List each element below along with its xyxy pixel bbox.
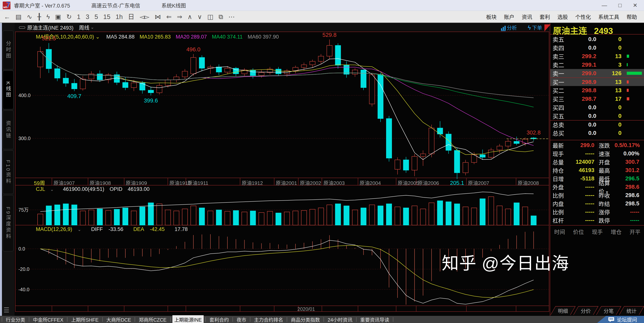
menu-item-6[interactable]: 个性化 [575, 13, 591, 20]
sidebar-tab-2[interactable]: K线图 [3, 70, 14, 109]
back-icon[interactable]: ← [4, 14, 10, 20]
sidebar-menu-icon[interactable]: ☰ [4, 306, 9, 314]
menu-item-2[interactable]: 账户 [504, 13, 514, 20]
period-3-button[interactable]: 3 [86, 14, 89, 20]
exchange-tab-2[interactable]: 中金所CFFEX [31, 315, 65, 323]
panel-tab-2[interactable]: 分价 [573, 306, 598, 315]
quote-instrument-code: 2493 [594, 26, 613, 36]
exchange-tab-1[interactable]: 行业分类 [4, 315, 27, 323]
exchange-tab-5[interactable]: 郑商所CZCE [137, 315, 168, 323]
period-15-button[interactable]: 15 [103, 14, 110, 20]
exchange-tab-4[interactable]: 大商所DCE [104, 315, 133, 323]
refresh-icon[interactable]: ↻ [66, 14, 72, 20]
watermark: 知乎 @今日出海 [442, 249, 597, 274]
tick-col-增仓: 增仓 [607, 228, 626, 236]
exchange-tab-3[interactable]: 上期所SHFE [69, 315, 100, 323]
more-icon[interactable]: ⋯ [228, 14, 235, 20]
candle-body [395, 160, 400, 169]
trend-line-icon[interactable]: ∿ [27, 14, 32, 20]
volume-bar [344, 206, 349, 225]
exchange-tab-12[interactable]: 重要资讯导读 [358, 315, 391, 323]
exchange-tab-11[interactable]: 24小时资讯 [326, 315, 354, 323]
forum-question-button[interactable]: 论坛提问 [597, 316, 644, 323]
save-icon[interactable]: ▣ [55, 14, 61, 20]
volume-bar [472, 208, 477, 225]
menu-item-8[interactable]: 帮助 [626, 13, 637, 20]
book-volume-bar [627, 97, 629, 100]
price-annotation: 409.7 [67, 93, 81, 100]
page-up-icon[interactable]: ∧ [188, 14, 192, 20]
layout-icon[interactable]: ◫ [207, 14, 213, 20]
exchange-tab-8[interactable]: 夜市 [234, 315, 248, 323]
exchange-tab-10[interactable]: 商品分类指数 [289, 315, 322, 323]
kline-icon[interactable]: ╂ [38, 14, 41, 20]
panel-tab-1[interactable]: 明细 [550, 306, 576, 315]
price-annotation: 521.5 [42, 35, 56, 42]
ma-value-ma20: MA20 289.07 [176, 34, 207, 40]
exchange-tab-7[interactable]: 套利合约 [208, 315, 231, 323]
order-book-row: 卖一299.0126 [550, 69, 644, 78]
candle-body [123, 82, 128, 88]
sidebar-strip [0, 23, 2, 316]
page-down-icon[interactable]: ∨ [198, 14, 202, 20]
stat-value: -5118 [570, 175, 594, 182]
compress-icon[interactable]: ⋈ [154, 14, 161, 20]
menu-item-1[interactable]: 板块 [486, 13, 496, 20]
menu-item-4[interactable]: 套利 [540, 13, 550, 20]
candle-body [420, 154, 426, 156]
book-price: 298.9 [571, 79, 596, 85]
next-icon[interactable]: ⇒ [177, 14, 182, 20]
tab-separator [135, 317, 135, 322]
cjl-selector[interactable]: CJL⌄ [36, 186, 58, 192]
candle-body [276, 69, 281, 74]
tick-flash-icon[interactable]: ϟ [46, 14, 50, 20]
macd-selector[interactable]: MACD(12,26,9)⌄ [36, 226, 86, 232]
x-axis-label-14: 原油2008 [518, 179, 539, 186]
period-1h-button[interactable]: 1h [116, 14, 123, 20]
stat-label: 外盘 [550, 183, 570, 191]
book-level-label: 买一 [552, 78, 571, 86]
zoom-out-icon[interactable]: ◅▻ [140, 14, 150, 20]
sidebar-tab-3[interactable]: 资讯链 [3, 110, 14, 149]
stat-label: 开盘 [594, 158, 614, 166]
exchange-tab-9[interactable]: 主力合约排名 [252, 315, 285, 323]
volume-bar [199, 208, 204, 225]
windows-icon[interactable]: ⧉ [218, 14, 223, 20]
candle-body [454, 150, 460, 173]
period-1-button[interactable]: 1 [77, 14, 80, 20]
volume-bar [514, 203, 519, 225]
panel-tab-3[interactable]: 分笔 [596, 306, 621, 315]
tick-col-价位: 价位 [569, 228, 588, 236]
period-count-label: 59周 [34, 179, 45, 186]
menu-item-5[interactable]: 选股 [558, 13, 568, 20]
forum-label: 论坛提问 [617, 316, 637, 323]
stat-row: 杠杆-----跌停----- [550, 216, 644, 224]
sidebar-tab-5[interactable]: F9深度资料 [3, 195, 14, 251]
volume-bar [531, 216, 536, 225]
quote-board-icon[interactable]: ▤ [16, 14, 22, 20]
candle-body [259, 72, 264, 76]
x-axis-label-10: 原油2004 [360, 179, 381, 186]
period-day-button[interactable]: 日 [128, 14, 134, 20]
order-book-row: 卖二299.13 [550, 60, 644, 69]
sidebar-tab-4[interactable]: F10资料 [3, 150, 14, 194]
exchange-tab-6[interactable]: 上期能源INE [172, 315, 204, 323]
speech-bubble-icon [608, 317, 614, 322]
menu-item-3[interactable]: 资讯 [522, 13, 532, 20]
tab-separator [232, 317, 233, 322]
stat-label: 跌停 [594, 216, 614, 224]
stat-row: 持仓46193最高301.2 [550, 166, 644, 174]
order-book-row: 买五0.00 [550, 112, 644, 120]
panel-tab-4[interactable]: 统计 [619, 306, 644, 315]
menu-item-7[interactable]: 系统工具 [598, 13, 619, 20]
prev-icon[interactable]: ⇐ [166, 14, 172, 20]
period-5-button[interactable]: 5 [94, 14, 98, 20]
quote-marker-icon [544, 24, 550, 32]
sidebar-tab-1[interactable]: 分时图 [3, 30, 14, 69]
volume-bar [293, 211, 298, 225]
close-button[interactable]: ✕ [633, 2, 638, 8]
maximize-button[interactable]: □ [618, 2, 622, 8]
volume-bar [97, 209, 102, 225]
minimize-button[interactable]: — [602, 2, 607, 8]
volume-bar [284, 212, 290, 225]
